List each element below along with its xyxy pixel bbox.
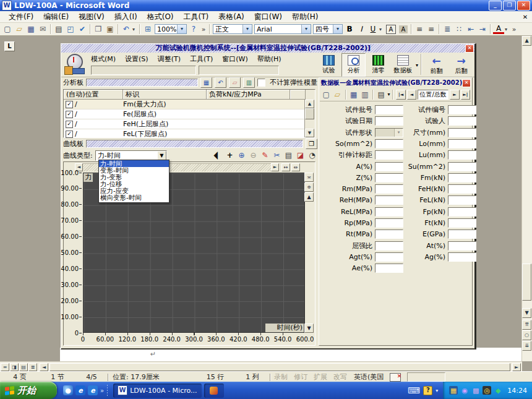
- increase-indent-icon[interactable]: ⇥: [477, 24, 488, 35]
- app-titlebar[interactable]: 万能试验机微机控制系统--[金属材料室温拉伸试验(GB/T228-2002)] …: [61, 44, 474, 53]
- print-record-icon[interactable]: ▤: [376, 90, 386, 100]
- numbered-list-icon[interactable]: ≣: [442, 24, 453, 35]
- language-options-icon[interactable]: ▾: [435, 388, 438, 393]
- field-input[interactable]: [448, 105, 476, 114]
- word-menu-item[interactable]: 窗口(W): [249, 12, 287, 22]
- field-input[interactable]: [375, 218, 403, 228]
- word-menu-item[interactable]: 表格(A): [213, 12, 249, 22]
- test-button[interactable]: 试验: [317, 53, 341, 77]
- insert-table-icon[interactable]: ⊞: [142, 24, 153, 35]
- font-combo[interactable]: Arial▾: [254, 24, 311, 34]
- tray-display-icon[interactable]: ▦: [449, 386, 458, 395]
- field-input[interactable]: [375, 264, 403, 273]
- dropdown-option[interactable]: 横向变形-时间: [99, 194, 169, 201]
- web-layout-icon[interactable]: ◨: [10, 363, 19, 371]
- field-input[interactable]: [375, 195, 403, 205]
- first-record-icon[interactable]: |◄: [396, 90, 405, 100]
- row-checkbox[interactable]: ✓: [66, 111, 73, 118]
- status-mode[interactable]: 录制: [271, 372, 291, 382]
- undo-arrow-icon[interactable]: ▾: [132, 27, 137, 32]
- field-input[interactable]: [448, 139, 476, 148]
- field-input[interactable]: [375, 105, 403, 114]
- row-checkbox[interactable]: ✓: [66, 101, 73, 108]
- word-vscrollbar[interactable]: ▲ ▼ ⇈ ○ ⇊: [521, 36, 532, 361]
- zoom-combo[interactable]: 100%▾: [155, 24, 187, 34]
- fit-width-icon[interactable]: ↔: [281, 163, 290, 171]
- scroll-right-icon[interactable]: ►: [271, 163, 279, 171]
- v-scroll-down-icon[interactable]: ▼: [304, 324, 314, 333]
- field-input[interactable]: [375, 230, 403, 239]
- browser-icon[interactable]: e: [88, 385, 98, 395]
- analysis-table-scrollbar[interactable]: ▲ ▼: [304, 100, 315, 137]
- status-mode[interactable]: 修订: [291, 372, 311, 382]
- field-input[interactable]: [375, 173, 403, 182]
- print-preview-icon[interactable]: ◰: [65, 24, 76, 35]
- databoard-dropdown-icon[interactable]: ▾: [416, 62, 418, 68]
- spellcheck-status-icon[interactable]: [390, 373, 401, 382]
- style-combo[interactable]: 正文▾: [213, 24, 252, 34]
- outline-view-icon[interactable]: ≣: [28, 363, 37, 371]
- open-folder-icon[interactable]: ▱: [14, 24, 25, 35]
- document-close-icon[interactable]: ✕: [520, 14, 531, 20]
- language-help-icon[interactable]: ?: [423, 386, 432, 395]
- scroll-up-icon[interactable]: ▲: [305, 100, 314, 108]
- field-input[interactable]: [448, 184, 476, 194]
- scroll-right-icon[interactable]: ►: [512, 363, 521, 371]
- field-input[interactable]: [375, 252, 403, 262]
- decrease-indent-icon[interactable]: ⇤: [465, 24, 476, 35]
- row-checkbox[interactable]: ✓: [66, 121, 73, 128]
- next-button[interactable]: → 后翻: [449, 53, 473, 77]
- app-menu-item[interactable]: 工具(T): [190, 54, 213, 64]
- zoom-in-icon[interactable]: ⊕: [236, 150, 247, 160]
- task-button-word[interactable]: W LDW-100A - Micro...: [113, 384, 201, 398]
- new-document-icon[interactable]: ▢: [2, 24, 13, 35]
- table-row[interactable]: ✓/FeL(下屈服点): [64, 129, 315, 139]
- toolbar-overflow-1[interactable]: »: [200, 25, 207, 33]
- v-fit-icon[interactable]: ≍: [304, 173, 314, 182]
- curve-type-combo[interactable]: 力-时间 ▼: [95, 150, 167, 161]
- field-input[interactable]: [448, 218, 476, 228]
- app-menu-item[interactable]: 设置(S): [125, 54, 148, 64]
- data-panel-titlebar[interactable]: 数据板—金属材料室温拉伸试验(GB/T228-2002) ✕: [320, 79, 471, 87]
- combo-arrow-icon[interactable]: ▾: [394, 129, 403, 137]
- graph-export-icon[interactable]: ◪: [295, 150, 306, 160]
- save-record-icon[interactable]: ▦: [349, 90, 359, 100]
- document-page[interactable]: ↵: [60, 348, 522, 361]
- align-left-icon[interactable]: ≡: [414, 24, 425, 35]
- scroll-left-icon[interactable]: ◄: [40, 363, 48, 371]
- restore-button[interactable]: ❐: [503, 1, 516, 11]
- field-input[interactable]: [448, 195, 476, 205]
- field-input[interactable]: [375, 241, 403, 251]
- v-scroll-up-icon[interactable]: ▲: [304, 192, 314, 202]
- size-combo[interactable]: 四号▾: [313, 24, 343, 34]
- field-input[interactable]: [448, 128, 476, 137]
- font-color-icon[interactable]: A: [493, 24, 504, 34]
- analyze-button[interactable]: 分析: [341, 53, 366, 77]
- row-checkbox[interactable]: ✓: [66, 131, 73, 138]
- field-input[interactable]: [448, 116, 476, 126]
- field-input[interactable]: [448, 173, 476, 182]
- field-input[interactable]: [375, 162, 403, 171]
- underline-icon[interactable]: U: [367, 24, 379, 35]
- new-record-icon[interactable]: ▢: [321, 90, 331, 100]
- media-player-icon[interactable]: ●: [63, 385, 73, 395]
- scroll-down-icon[interactable]: ▼: [305, 129, 314, 137]
- help-icon[interactable]: ?: [188, 24, 199, 35]
- next-page-icon[interactable]: ⇊: [522, 341, 531, 351]
- prev-button[interactable]: ← 前翻: [424, 53, 448, 77]
- scrollbar-thumb[interactable]: [522, 264, 531, 301]
- databoard-button[interactable]: 数据板: [391, 53, 415, 77]
- underline-arrow-icon[interactable]: ▾: [379, 27, 384, 32]
- panel-grip[interactable]: [86, 140, 303, 148]
- table-row[interactable]: ✓/FeH(上屈服点): [64, 119, 315, 129]
- combo-arrow-icon[interactable]: ▾: [242, 25, 252, 33]
- toolbar-overflow-2[interactable]: »: [510, 25, 518, 33]
- eraser-icon[interactable]: ▱: [229, 77, 241, 88]
- spelling-icon[interactable]: ✔: [77, 24, 88, 35]
- field-input[interactable]: ▾: [375, 128, 403, 137]
- table-header-cell[interactable]: 负荷kN/应力MPa: [207, 90, 290, 100]
- bold-icon[interactable]: B: [344, 24, 355, 35]
- data-panel-close-icon[interactable]: ✕: [462, 79, 471, 87]
- last-record-icon[interactable]: ►|: [461, 90, 470, 100]
- minimize-button[interactable]: _: [489, 1, 502, 11]
